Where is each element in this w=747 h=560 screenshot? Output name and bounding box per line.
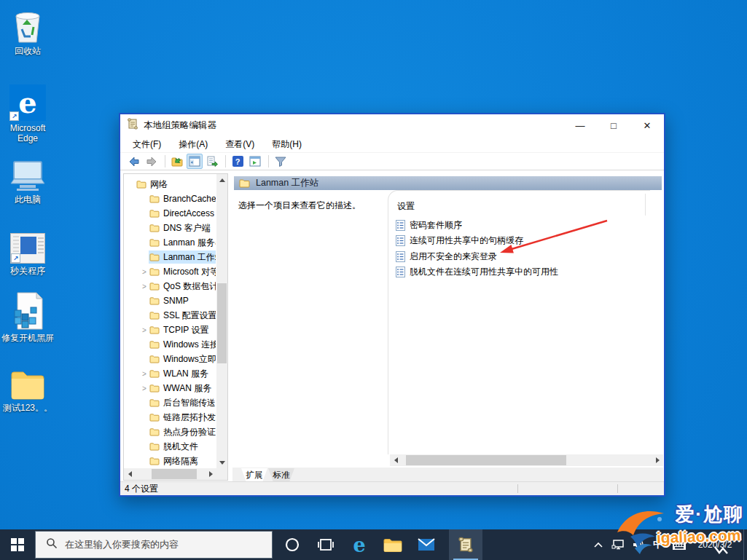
folder-icon (149, 427, 160, 436)
tree-item[interactable]: 热点身份验证 (124, 425, 216, 439)
menu-view[interactable]: 查看(V) (223, 137, 257, 152)
scroll-thumb[interactable] (217, 283, 227, 363)
filter-icon[interactable] (273, 154, 289, 169)
results-horizontal-scrollbar[interactable] (390, 454, 663, 466)
task-view-button[interactable] (309, 529, 343, 560)
network-icon[interactable] (608, 529, 628, 560)
file-explorer-icon (383, 537, 402, 553)
scroll-icon (127, 118, 138, 133)
chevron-right-icon[interactable]: > (140, 268, 149, 276)
tree-item-label: WLAN 服务 (163, 368, 208, 380)
scroll-left-button[interactable] (390, 454, 401, 466)
forward-icon[interactable] (144, 154, 160, 169)
scroll-right-button[interactable] (652, 454, 663, 466)
chevron-right-icon[interactable]: > (140, 283, 149, 291)
tree-item[interactable]: Lanman 服务器 (124, 235, 216, 250)
up-folder-icon[interactable] (169, 154, 185, 169)
tree-item[interactable]: 后台智能传送服务 (124, 395, 216, 410)
tree-item[interactable]: >Microsoft 对等网络 (124, 264, 216, 279)
task-view-icon (318, 537, 334, 552)
tab-standard[interactable]: 标准 (268, 468, 294, 482)
edge-taskbar-button[interactable]: e (343, 529, 376, 560)
group-policy-taskbar-button[interactable] (449, 529, 482, 560)
export-list-icon[interactable] (204, 154, 220, 169)
scroll-thumb[interactable] (152, 469, 197, 479)
menu-help[interactable]: 帮助(H) (270, 137, 304, 152)
tab-extended[interactable]: 扩展 (241, 468, 267, 482)
chevron-right-icon[interactable]: > (140, 326, 149, 334)
chevron-right-icon[interactable]: > (140, 384, 149, 393)
search-input[interactable]: 在这里输入你要搜索的内容 (35, 531, 273, 559)
tree-item[interactable]: SSL 配置设置 (124, 308, 216, 323)
scroll-right-button[interactable] (206, 468, 216, 480)
tree-item[interactable]: Lanman 工作站 (124, 250, 216, 264)
desktop-icon-label: 此电脑 (0, 194, 59, 205)
tree-item[interactable]: >WLAN 服务 (124, 366, 216, 381)
tray-chevron-up-icon[interactable] (589, 529, 608, 560)
tree-item-label: Lanman 服务器 (163, 237, 216, 249)
desktop-icon-recycle-bin[interactable]: 回收站 (0, 6, 59, 56)
status-text: 4 个设置 (125, 483, 158, 495)
group-policy-icon (458, 536, 474, 553)
speaker-icon[interactable] (628, 529, 649, 560)
close-button[interactable]: ✕ (630, 114, 664, 136)
tree-item[interactable]: 网络 (124, 177, 216, 192)
ime-indicator[interactable]: 中 (649, 529, 668, 560)
tree-horizontal-scrollbar[interactable] (124, 468, 216, 480)
tree-item[interactable]: >TCPIP 设置 (124, 323, 216, 337)
folder-icon (149, 296, 160, 305)
chevron-right-icon[interactable]: > (140, 370, 149, 378)
folder-icon (149, 253, 160, 261)
tree-item[interactable]: 网络隔离 (124, 454, 216, 468)
tree-item[interactable]: DNS 客户端 (124, 221, 216, 235)
menu-file[interactable]: 文件(F) (130, 137, 163, 152)
setting-item[interactable]: 脱机文件在连续可用性共享中的可用性 (396, 265, 558, 280)
desktop-icon-miaoguan[interactable]: ↗ 秒关程序 (0, 226, 59, 276)
desktop-icon-fix-black-screen[interactable]: 修复开机黑屏 (0, 293, 59, 343)
tree-item[interactable]: BranchCache (124, 192, 216, 206)
setting-item[interactable]: 密码套件顺序 (396, 218, 462, 232)
tree-vertical-scrollbar[interactable] (216, 174, 227, 468)
tree-item[interactable]: 脱机文件 (124, 439, 216, 454)
policy-setting-icon (396, 251, 405, 262)
setting-item[interactable]: 启用不安全的来宾登录 (396, 249, 497, 264)
back-icon[interactable] (126, 154, 142, 169)
watermark-title: 爱·尬聊 (675, 502, 744, 527)
desktop-icon-edge[interactable]: e ↗ Microsoft Edge (0, 82, 59, 143)
settings-column-header[interactable]: 设置 (397, 200, 415, 213)
tree-item-label: BranchCache (163, 194, 216, 204)
scroll-up-button[interactable] (216, 174, 227, 185)
title-bar[interactable]: 本地组策略编辑器 — □ ✕ (120, 114, 664, 136)
menu-action[interactable]: 操作(A) (176, 137, 210, 152)
folder-icon (149, 311, 160, 320)
mail-button[interactable] (410, 529, 443, 560)
setting-item[interactable]: 连续可用性共享中的句柄缓存 (396, 234, 523, 248)
scroll-thumb[interactable] (406, 455, 566, 465)
tree-item[interactable]: Windows立即连接 (124, 352, 216, 366)
setting-item-label: 连续可用性共享中的句柄缓存 (410, 234, 523, 247)
scroll-left-button[interactable] (124, 468, 135, 480)
tree-item[interactable]: 链路层拓扑发现 (124, 410, 216, 425)
desktop-icon-this-pc[interactable]: 此电脑 (0, 154, 59, 205)
toolbar: ? (120, 152, 664, 170)
scroll-down-button[interactable] (216, 457, 227, 468)
tree-item[interactable]: SNMP (124, 293, 216, 308)
maximize-button[interactable]: □ (597, 114, 630, 136)
cortana-button[interactable] (275, 529, 309, 560)
file-explorer-button[interactable] (376, 529, 410, 560)
tree-item[interactable]: DirectAccess 客户端 (124, 206, 216, 221)
help-icon[interactable]: ? (230, 154, 246, 169)
touch-keyboard-icon[interactable] (668, 529, 691, 560)
action-pane-icon[interactable] (247, 154, 263, 169)
console-tree-toggle-icon[interactable] (187, 154, 203, 169)
desktop-icon-test-folder[interactable]: 测试123。。 (0, 363, 59, 413)
show-desktop-button[interactable] (743, 529, 747, 560)
start-button[interactable] (0, 529, 35, 560)
folder-icon (149, 442, 160, 451)
minimize-button[interactable]: — (563, 114, 597, 136)
tree-item[interactable]: >QoS 数据包计划程序 (124, 279, 216, 293)
tree-item[interactable]: Windows 连接管理器 (124, 337, 216, 352)
clock[interactable]: 2020/3/2 (691, 529, 739, 560)
folder-icon (0, 363, 59, 401)
tree-item[interactable]: >WWAN 服务 (124, 381, 216, 395)
